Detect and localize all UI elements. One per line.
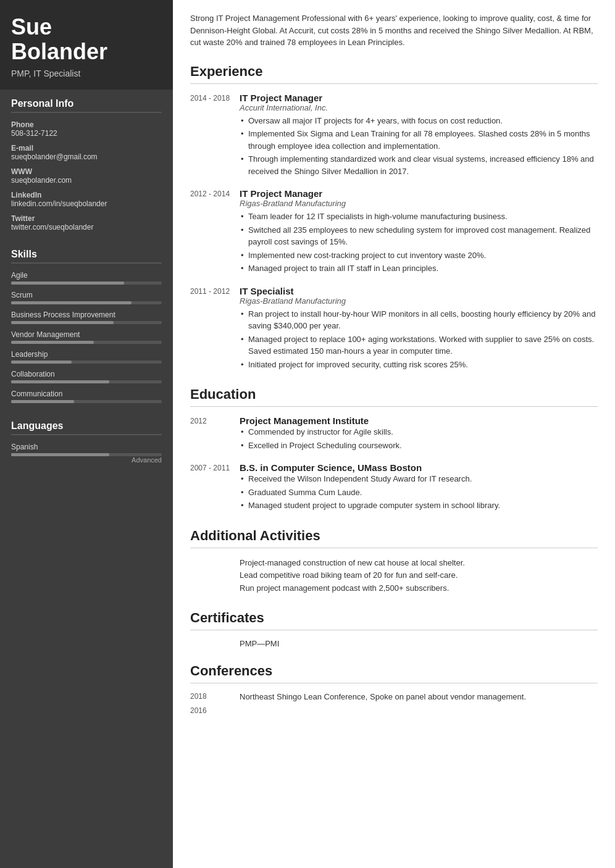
conf1-date: 2018	[190, 692, 240, 701]
lang-spanish-label: Spanish	[11, 443, 162, 451]
list-item: Through implementing standardized work a…	[240, 153, 598, 177]
lang-spanish-bar	[11, 453, 162, 456]
skill-scrum-bar	[11, 301, 162, 304]
list-item: Excelled in Project Scheduling coursewor…	[240, 440, 598, 452]
list-item: Implemented new cost-tracking project to…	[240, 249, 598, 262]
skill-communication: Communication	[11, 390, 162, 403]
certificates-section: Certificates PMP—PMI	[190, 610, 598, 648]
skill-agile: Agile	[11, 271, 162, 285]
name-block: Sue Bolander PMP, IT Specialist	[0, 0, 173, 90]
phone-label: Phone	[11, 120, 162, 129]
exp2-bullets: Team leader for 12 IT specialists in hig…	[240, 211, 598, 275]
sidebar: Sue Bolander PMP, IT Specialist Personal…	[0, 0, 173, 868]
exp2-title: IT Project Manager	[240, 188, 598, 199]
list-item: Ran project to install hour-by-hour WIP …	[240, 308, 598, 332]
phone-value: 508-312-7122	[11, 129, 162, 138]
list-item: Received the Wilson Independent Study Aw…	[240, 473, 598, 485]
education-title: Education	[190, 386, 598, 407]
languages-section: Languages Spanish Advanced	[0, 412, 173, 471]
list-item: Run project management podcast with 2,50…	[240, 582, 598, 595]
skill-communication-label: Communication	[11, 390, 162, 398]
skill-bpi-label: Business Process Improvement	[11, 311, 162, 319]
cert-pmp: PMP—PMI	[240, 639, 598, 648]
activities-section: Additional Activities Project-managed co…	[190, 528, 598, 595]
activities-list: Project-managed construction of new cat …	[240, 557, 598, 595]
summary-text: Strong IT Project Management Professiona…	[190, 12, 598, 51]
lang-spanish-fill	[11, 453, 109, 456]
skill-vendor-label: Vendor Management	[11, 330, 162, 339]
skill-collaboration: Collaboration	[11, 370, 162, 383]
personal-info-title: Personal Info	[11, 98, 162, 113]
skill-scrum: Scrum	[11, 291, 162, 304]
exp2-content: IT Project Manager Rigas-Bratland Manufa…	[240, 188, 598, 276]
list-item: Team leader for 12 IT specialists in hig…	[240, 211, 598, 223]
skill-communication-fill	[11, 400, 74, 403]
last-name: Bolander	[11, 39, 107, 64]
exp3-bullets: Ran project to install hour-by-hour WIP …	[240, 308, 598, 371]
education-entry-2: 2007 - 2011 B.S. in Computer Science, UM…	[190, 462, 598, 513]
activities-title: Additional Activities	[190, 528, 598, 548]
contact-phone: Phone 508-312-7122	[11, 120, 162, 138]
conf-entry-2: 2016	[190, 706, 598, 715]
skill-scrum-label: Scrum	[11, 291, 162, 299]
personal-info-section: Personal Info Phone 508-312-7122 E-mail …	[0, 90, 173, 240]
exp2-company: Rigas-Bratland Manufacturing	[240, 199, 598, 208]
list-item: Managed project to train all IT staff in…	[240, 262, 598, 275]
list-item: Switched all 235 employees to new schedu…	[240, 224, 598, 248]
exp3-content: IT Specialist Rigas-Bratland Manufacturi…	[240, 286, 598, 372]
twitter-value: twitter.com/sueqbolander	[11, 223, 162, 232]
skill-communication-bar	[11, 400, 162, 403]
list-item: Commended by instructor for Agile skills…	[240, 426, 598, 438]
conf1-text: Northeast Shingo Lean Conference, Spoke …	[240, 692, 526, 701]
exp2-date: 2012 - 2014	[190, 188, 240, 276]
skill-collaboration-fill	[11, 380, 109, 383]
list-item: Project-managed construction of new cat …	[240, 557, 598, 570]
experience-title: Experience	[190, 64, 598, 84]
skill-bpi-bar	[11, 321, 162, 324]
list-item: Lead competitive road biking team of 20 …	[240, 569, 598, 582]
exp1-title: IT Project Manager	[240, 93, 598, 103]
list-item: Managed student project to upgrade compu…	[240, 499, 598, 512]
skill-collaboration-bar	[11, 380, 162, 383]
exp1-company: Accurit International, Inc.	[240, 103, 598, 112]
skill-vendor-fill	[11, 341, 94, 344]
list-item: Implemented Six Sigma and Lean Training …	[240, 128, 598, 152]
experience-entry-1: 2014 - 2018 IT Project Manager Accurit I…	[190, 93, 598, 179]
edu1-content: Project Management Institute Commended b…	[240, 415, 598, 453]
skill-leadership-bar	[11, 361, 162, 364]
exp1-date: 2014 - 2018	[190, 93, 240, 179]
skill-leadership-fill	[11, 361, 72, 364]
skill-vendor: Vendor Management	[11, 330, 162, 344]
exp3-date: 2011 - 2012	[190, 286, 240, 372]
email-label: E-mail	[11, 144, 162, 152]
lang-spanish-level: Advanced	[11, 456, 162, 464]
list-item: Oversaw all major IT projects for 4+ yea…	[240, 115, 598, 127]
full-name: Sue Bolander	[11, 15, 162, 64]
linkedin-label: LinkedIn	[11, 191, 162, 199]
skill-vendor-bar	[11, 341, 162, 344]
twitter-label: Twitter	[11, 214, 162, 223]
exp3-title: IT Specialist	[240, 286, 598, 296]
edu2-bullets: Received the Wilson Independent Study Aw…	[240, 473, 598, 512]
skill-leadership-label: Leadership	[11, 350, 162, 359]
edu1-date: 2012	[190, 415, 240, 453]
edu2-content: B.S. in Computer Science, UMass Boston R…	[240, 462, 598, 513]
lang-spanish: Spanish Advanced	[11, 443, 162, 464]
edu2-title: B.S. in Computer Science, UMass Boston	[240, 462, 598, 473]
skill-agile-fill	[11, 282, 124, 285]
exp1-bullets: Oversaw all major IT projects for 4+ yea…	[240, 115, 598, 178]
main-content: Strong IT Project Management Professiona…	[173, 0, 615, 868]
skill-agile-bar	[11, 282, 162, 285]
conferences-title: Conferences	[190, 663, 598, 683]
first-name: Sue	[11, 14, 52, 40]
skill-agile-label: Agile	[11, 271, 162, 280]
list-item: Managed project to replace 100+ aging wo…	[240, 333, 598, 357]
www-value: sueqbolander.com	[11, 176, 162, 185]
conferences-section: Conferences 2018 Northeast Shingo Lean C…	[190, 663, 598, 715]
education-section: Education 2012 Project Management Instit…	[190, 386, 598, 513]
linkedin-value: linkedin.com/in/sueqbolander	[11, 199, 162, 208]
education-entry-1: 2012 Project Management Institute Commen…	[190, 415, 598, 453]
www-label: WWW	[11, 167, 162, 176]
experience-section: Experience 2014 - 2018 IT Project Manage…	[190, 64, 598, 372]
list-item: Graduated Summa Cum Laude.	[240, 486, 598, 499]
